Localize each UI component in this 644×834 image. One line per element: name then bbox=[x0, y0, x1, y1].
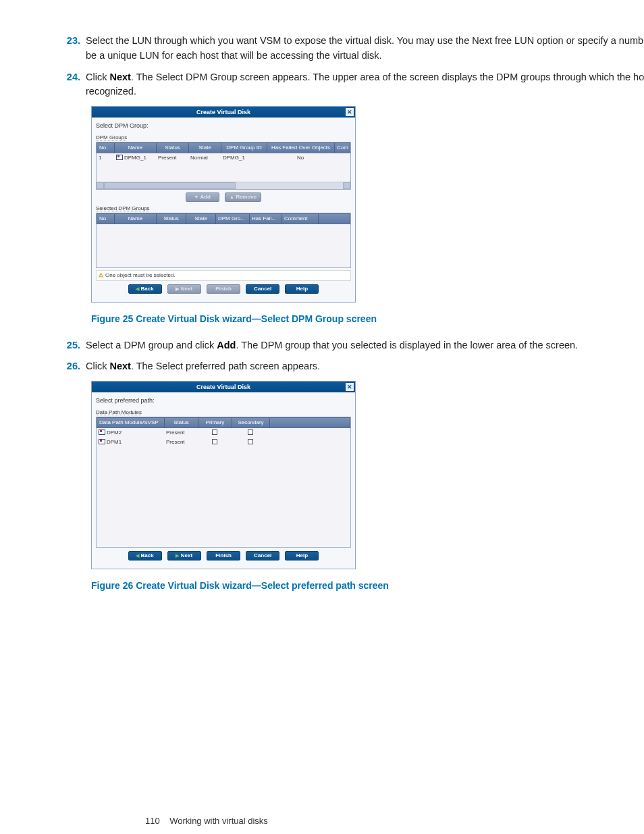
dpm-groups-table: No. Name Status State DPM Group ID Has F… bbox=[96, 142, 351, 190]
cell-group-id: DPMG_1 bbox=[221, 153, 267, 163]
col-header[interactable]: Has Fail... bbox=[250, 213, 282, 224]
secondary-checkbox[interactable] bbox=[248, 439, 253, 444]
col-header[interactable]: Status bbox=[165, 417, 198, 427]
step-text: Select the LUN through which you want VS… bbox=[86, 34, 644, 63]
col-header[interactable]: No. bbox=[97, 213, 115, 224]
horizontal-scrollbar[interactable] bbox=[97, 182, 350, 189]
col-header[interactable]: State bbox=[186, 213, 216, 224]
text-part: . The DPM group that you selected is dis… bbox=[236, 340, 578, 350]
text-part: Click bbox=[86, 361, 109, 371]
back-button[interactable]: ◀ Back bbox=[128, 284, 162, 294]
text-bold: Next bbox=[109, 361, 130, 371]
down-arrow-icon: ▼ bbox=[194, 193, 199, 201]
finish-button[interactable]: Finish bbox=[207, 284, 240, 294]
col-header[interactable]: Comment bbox=[282, 213, 319, 224]
table-row[interactable]: 1 DPMG_1 Present Normal DPMG_1 No bbox=[97, 153, 350, 163]
primary-checkbox[interactable] bbox=[212, 439, 217, 444]
figure-26-screenshot: Create Virtual Disk ✕ Select preferred p… bbox=[91, 381, 644, 569]
back-button[interactable]: ◀ Back bbox=[128, 551, 162, 561]
cell-status: Present bbox=[164, 438, 198, 447]
step-number: 24. bbox=[64, 70, 86, 100]
col-header[interactable]: Status bbox=[157, 213, 186, 224]
next-button[interactable]: ▶ Next bbox=[167, 551, 201, 561]
cell-name: DPMG_1 bbox=[114, 153, 156, 163]
scroll-thumb[interactable] bbox=[104, 182, 236, 189]
col-header[interactable]: Status bbox=[157, 142, 189, 153]
finish-button[interactable]: Finish bbox=[207, 551, 240, 561]
primary-checkbox[interactable] bbox=[212, 429, 217, 435]
dialog-title-bar: Create Virtual Disk ✕ bbox=[92, 107, 355, 118]
col-header[interactable]: Has Failed Over Objects bbox=[267, 142, 335, 153]
col-header[interactable]: Primary bbox=[198, 417, 232, 427]
section-label: Select preferred path: bbox=[96, 396, 351, 406]
col-header[interactable]: Com bbox=[335, 142, 350, 153]
close-icon[interactable]: ✕ bbox=[345, 107, 354, 117]
selected-dpm-groups-table: No. Name Status State DPM Gro... Has Fai… bbox=[96, 213, 351, 268]
next-button[interactable]: ▶ Next bbox=[167, 284, 201, 294]
table-header-row: No. Name Status State DPM Group ID Has F… bbox=[97, 142, 350, 153]
scroll-left-arrow[interactable] bbox=[97, 182, 104, 189]
col-header[interactable] bbox=[319, 213, 350, 224]
cell-name: DPM2 bbox=[97, 428, 164, 438]
col-header[interactable]: Secondary bbox=[232, 417, 270, 427]
scroll-right-arrow[interactable] bbox=[343, 182, 350, 189]
text-part: Click bbox=[86, 72, 109, 82]
secondary-checkbox[interactable] bbox=[248, 429, 253, 435]
data-path-modules-table: Data Path Module/SVSP Status Primary Sec… bbox=[96, 417, 351, 548]
dialog-title: Create Virtual Disk bbox=[196, 384, 250, 390]
help-button[interactable]: Help bbox=[285, 551, 319, 561]
warning-bar: ⚠One object must be selected. bbox=[96, 270, 351, 281]
table-row[interactable]: DPM2 Present bbox=[97, 428, 350, 438]
col-header[interactable]: Name bbox=[115, 213, 157, 224]
col-header[interactable]: No. bbox=[97, 142, 115, 153]
selected-dpm-groups-label: Selected DPM Groups bbox=[96, 205, 150, 211]
close-icon[interactable]: ✕ bbox=[345, 382, 354, 392]
data-path-modules-label: Data Path Modules bbox=[96, 409, 142, 415]
cell-text: DPM1 bbox=[107, 439, 122, 445]
remove-button[interactable]: ▲ Remove bbox=[225, 192, 261, 202]
step-text: Click Next. The Select preferred path sc… bbox=[86, 359, 644, 374]
cell-state: Normal bbox=[188, 153, 221, 163]
dpm-group-icon bbox=[116, 155, 123, 160]
col-header[interactable]: Name bbox=[115, 142, 157, 153]
dpm-icon bbox=[99, 429, 105, 435]
figure-25-screenshot: Create Virtual Disk ✕ Select DPM Group: … bbox=[91, 106, 644, 303]
button-label: Next bbox=[181, 286, 192, 292]
table-header-row: No. Name Status State DPM Gro... Has Fai… bbox=[97, 213, 350, 224]
text-bold: Add bbox=[217, 340, 236, 350]
left-arrow-icon: ◀ bbox=[136, 285, 139, 293]
add-button[interactable]: ▼ Add bbox=[186, 192, 219, 202]
dialog-title-bar: Create Virtual Disk ✕ bbox=[92, 382, 355, 392]
help-button[interactable]: Help bbox=[285, 284, 319, 294]
text-part: Select a DPM group and click bbox=[86, 340, 217, 350]
cell-status: Present bbox=[156, 153, 188, 163]
button-label: Back bbox=[141, 552, 154, 558]
col-header[interactable]: State bbox=[189, 142, 221, 153]
up-arrow-icon: ▲ bbox=[230, 193, 234, 201]
cancel-button[interactable]: Cancel bbox=[246, 551, 279, 561]
dpm-icon bbox=[99, 439, 105, 444]
col-header[interactable]: DPM Gro... bbox=[216, 213, 250, 224]
cell-failed: No bbox=[267, 153, 334, 163]
section-label: Select DPM Group: bbox=[96, 122, 351, 131]
col-header[interactable]: DPM Group ID bbox=[221, 142, 267, 153]
warning-text: One object must be selected. bbox=[105, 272, 176, 278]
cell-no: 1 bbox=[97, 153, 114, 163]
button-label: Next bbox=[181, 552, 192, 558]
table-row[interactable]: DPM1 Present bbox=[97, 438, 350, 447]
dpm-groups-label: DPM Groups bbox=[96, 134, 127, 140]
text-part: . The Select DPM Group screen appears. T… bbox=[86, 72, 644, 97]
button-label: Back bbox=[141, 286, 154, 292]
button-label: Remove bbox=[236, 194, 257, 200]
warning-icon: ⚠ bbox=[99, 272, 103, 278]
cell-text: DPMG_1 bbox=[124, 155, 146, 161]
step-text: Click Next. The Select DPM Group screen … bbox=[86, 70, 644, 100]
table-header-row: Data Path Module/SVSP Status Primary Sec… bbox=[97, 417, 350, 427]
cell-text: DPM2 bbox=[107, 429, 122, 436]
right-arrow-icon: ▶ bbox=[176, 285, 179, 293]
col-header[interactable]: Data Path Module/SVSP bbox=[97, 417, 165, 427]
figure-caption: Figure 26 Create Virtual Disk wizard—Sel… bbox=[91, 579, 644, 593]
text-part: . The Select preferred path screen appea… bbox=[131, 361, 320, 371]
button-label: Add bbox=[200, 194, 211, 200]
cancel-button[interactable]: Cancel bbox=[246, 284, 279, 294]
